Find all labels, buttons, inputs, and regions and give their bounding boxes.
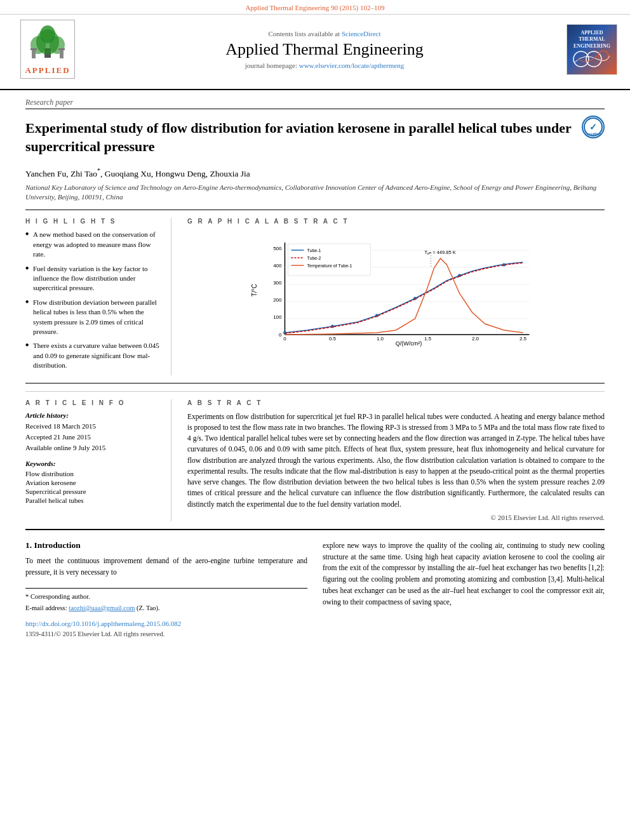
elsevier-logo-box: APPLIED: [20, 20, 74, 79]
paper-content: Research paper Experimental study of flo…: [0, 98, 630, 637]
journal-citation: Applied Thermal Engineering 90 (2015) 10…: [246, 4, 385, 11]
highlights-heading: H I G H L I G H T S: [25, 218, 161, 225]
highlights-graphical-section: H I G H L I G H T S A new method based o…: [25, 210, 605, 383]
introduction-section: 1. Introduction To meet the continuous i…: [25, 540, 605, 637]
journal-header: Applied Thermal Engineering 90 (2015) 10…: [0, 0, 630, 90]
footnote-area: * Corresponding author. E-mail address: …: [25, 588, 307, 613]
svg-text:2.5: 2.5: [519, 336, 527, 342]
svg-text:1.5: 1.5: [424, 336, 432, 342]
highlight-item-1: A new method based on the conservation o…: [25, 230, 161, 259]
copyright-line: © 2015 Elsevier Ltd. All rights reserved…: [187, 514, 605, 521]
corresponding-author-note: * Corresponding author.: [25, 592, 307, 602]
svg-rect-7: [60, 50, 64, 58]
available-date: Available online 9 July 2015: [25, 443, 161, 453]
svg-text:0.5: 0.5: [329, 336, 337, 342]
email-link[interactable]: taozhi@uaa@gmail.com: [69, 604, 135, 611]
doi-link[interactable]: http://dx.doi.org/10.1016/j.applthermale…: [25, 620, 181, 627]
svg-text:400: 400: [273, 263, 282, 269]
svg-text:100: 100: [273, 314, 282, 320]
svg-text:0: 0: [283, 336, 286, 342]
crossmark-icon: ✓ CrossMark: [582, 116, 605, 138]
keyword-2: Aviation kerosene: [25, 479, 161, 486]
elsevier-tree-icon: [25, 23, 70, 61]
cover-line3: ENGINEERING: [573, 43, 610, 50]
cover-line1: APPLIED: [573, 30, 610, 36]
svg-rect-5: [32, 50, 36, 58]
intro-right-column: explore new ways to improve the quality …: [323, 540, 605, 637]
paper-title: Experimental study of flow distribution …: [25, 119, 575, 156]
author1: Yanchen Fu, Zhi Tao: [25, 169, 97, 178]
journal-title-center: Contents lists available at ScienceDirec…: [83, 30, 566, 69]
keyword-3: Supercritical pressure: [25, 488, 161, 495]
email-note: E-mail address: taozhi@uaa@gmail.com (Z.…: [25, 604, 307, 613]
abstract-heading: A B S T R A C T: [187, 399, 605, 406]
doi-area: http://dx.doi.org/10.1016/j.applthermale…: [25, 617, 307, 629]
abstract-text: Experiments on flow distribution for sup…: [187, 411, 605, 510]
cover-graphic: [572, 50, 613, 69]
svg-text:T/°C: T/°C: [251, 284, 258, 297]
svg-text:Tₚₕ = 449.85 K: Tₚₕ = 449.85 K: [425, 250, 456, 255]
svg-text:Tube-1: Tube-1: [307, 248, 321, 253]
graph-svg: T/°C Q/(W/cm²) 0 100 200 300 400 500 0 0…: [194, 236, 598, 350]
crossmark-badge: ✓ CrossMark: [582, 116, 605, 138]
article-info-heading: A R T I C L E I N F O: [25, 399, 161, 406]
journal-homepage: journal homepage: www.elsevier.com/locat…: [83, 62, 566, 69]
highlight-item-4: There exists a curvature value between 0…: [25, 341, 161, 370]
sciencedirect-link[interactable]: ScienceDirect: [342, 30, 381, 37]
keywords-label: Keywords:: [25, 460, 161, 467]
keyword-1: Flow distribution: [25, 470, 161, 477]
elsevier-logo: APPLIED: [13, 20, 83, 79]
homepage-link[interactable]: www.elsevier.com/locate/apthermeng: [299, 62, 404, 69]
journal-banner: APPLIED Contents lists available at Scie…: [0, 15, 630, 84]
svg-point-36: [283, 331, 286, 335]
cover-line2: THERMAL: [573, 36, 610, 43]
body-divider: [25, 529, 605, 530]
svg-text:500: 500: [273, 246, 282, 251]
article-info-column: A R T I C L E I N F O Article history: R…: [25, 399, 171, 521]
received-date: Received 18 March 2015: [25, 422, 161, 431]
journal-cover: APPLIED THERMAL ENGINEERING: [566, 24, 617, 75]
article-history-label: Article history:: [25, 411, 161, 419]
article-info-section: A R T I C L E I N F O Article history: R…: [25, 391, 605, 521]
svg-point-4: [40, 25, 55, 43]
journal-citation-bar: Applied Thermal Engineering 90 (2015) 10…: [0, 0, 630, 15]
graphical-abstract-image: T/°C Q/(W/cm²) 0 100 200 300 400 500 0 0…: [187, 230, 605, 359]
abstract-column: A B S T R A C T Experiments on flow dist…: [184, 399, 605, 521]
intro-right-text: explore new ways to improve the quality …: [323, 540, 605, 608]
svg-text:✓: ✓: [589, 123, 597, 132]
svg-text:200: 200: [273, 297, 282, 303]
journal-main-title: Applied Thermal Engineering: [83, 40, 566, 59]
svg-text:2.0: 2.0: [472, 336, 479, 342]
svg-rect-42: [288, 244, 371, 276]
svg-rect-8: [58, 48, 65, 50]
intro-title: 1. Introduction: [25, 540, 307, 550]
contents-available: Contents lists available at ScienceDirec…: [83, 30, 566, 37]
svg-text:300: 300: [273, 280, 282, 286]
intro-left-column: 1. Introduction To meet the continuous i…: [25, 540, 307, 637]
highlight-item-3: Flow distribution deviation between para…: [25, 298, 161, 337]
authors-line: Yanchen Fu, Zhi Tao*, Guoqiang Xu, Hongw…: [25, 167, 605, 179]
svg-text:Tube-2: Tube-2: [307, 256, 321, 260]
svg-text:Temperature of Tube-1: Temperature of Tube-1: [307, 263, 352, 269]
svg-text:CrossMark: CrossMark: [585, 132, 601, 136]
svg-text:1.0: 1.0: [377, 336, 384, 342]
accepted-date: Accepted 21 June 2015: [25, 432, 161, 442]
paper-type-label: Research paper: [25, 98, 605, 109]
svg-text:0: 0: [279, 332, 282, 338]
svg-rect-6: [30, 48, 37, 50]
elsevier-text: APPLIED: [25, 65, 70, 76]
affiliation: National Key Laboratory of Science and T…: [25, 183, 605, 203]
authors-rest: , Guoqiang Xu, Hongwu Deng, Zhouxia Jia: [100, 169, 250, 178]
graphical-abstract-column: G R A P H I C A L A B S T R A C T T/°C Q…: [184, 218, 605, 375]
highlights-column: H I G H L I G H T S A new method based o…: [25, 218, 171, 375]
svg-text:Q/(W/cm²): Q/(W/cm²): [396, 340, 422, 347]
highlight-item-2: Fuel density variation is the key factor…: [25, 264, 161, 293]
intro-left-text: To meet the continuous improvement deman…: [25, 556, 307, 578]
graphical-abstract-heading: G R A P H I C A L A B S T R A C T: [187, 218, 605, 225]
issn-line: 1359-4311/© 2015 Elsevier Ltd. All right…: [25, 630, 307, 637]
keyword-4: Parallel helical tubes: [25, 497, 161, 504]
